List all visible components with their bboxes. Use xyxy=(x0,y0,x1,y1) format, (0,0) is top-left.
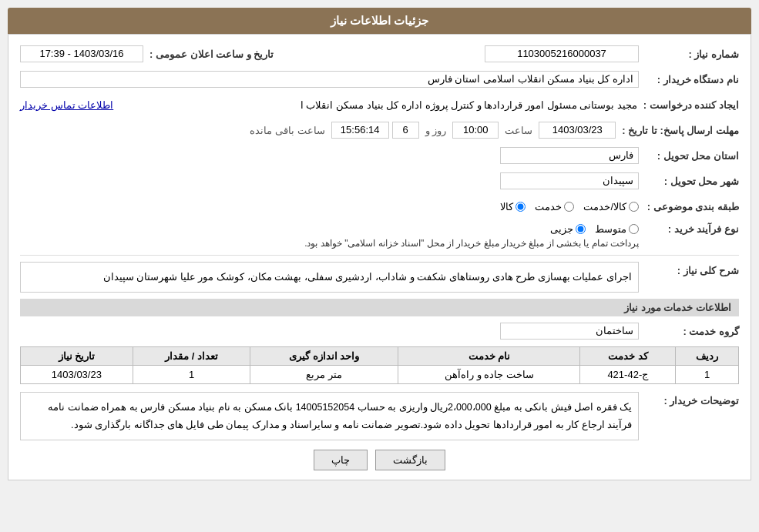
notes-value: یک فقره اصل فیش بانکی به مبلغ 2،000،000ر… xyxy=(20,392,639,440)
cell-name: ساخت جاده و راه‌آهن xyxy=(398,366,580,384)
button-row: بازگشت چاپ xyxy=(20,450,739,470)
process-label: نوع فرآیند خرید : xyxy=(639,223,739,235)
announce-date-label: تاریخ و ساعت اعلان عمومی : xyxy=(143,49,280,60)
city-value: سپیدان xyxy=(500,172,639,189)
deadline-label: مهلت ارسال پاسخ: تا تاریخ : xyxy=(616,125,739,136)
time-label: ساعت xyxy=(505,125,532,136)
col-name: نام خدمت xyxy=(398,347,580,366)
cell-qty: 1 xyxy=(133,366,250,384)
radio-jozi[interactable] xyxy=(576,224,586,234)
buyer-value: اداره کل بنیاد مسکن انقلاب اسلامی استان … xyxy=(20,71,639,88)
province-label: استان محل تحویل : xyxy=(639,150,739,162)
cell-date: 1403/03/23 xyxy=(21,366,133,384)
label-mutawaset: متوسط xyxy=(595,223,626,235)
creator-label: ایجاد کننده درخواست : xyxy=(637,99,739,111)
cell-unit: متر مربع xyxy=(250,366,398,384)
process-option-mutawaset[interactable]: متوسط xyxy=(595,223,639,235)
radio-mutawaset[interactable] xyxy=(629,224,639,234)
process-option-jozi[interactable]: جزیی xyxy=(550,223,586,235)
deadline-days: 6 xyxy=(392,122,419,139)
notes-label: توضیحات خریدار : xyxy=(639,392,739,407)
back-button[interactable]: بازگشت xyxy=(375,450,445,470)
category-option-kala[interactable]: کالا xyxy=(500,201,526,212)
cell-row: 1 xyxy=(676,366,739,384)
need-number-label: شماره نیاز : xyxy=(639,49,739,60)
process-note: پرداخت تمام یا بخشی از مبلغ خریدار مبلغ … xyxy=(20,238,639,249)
services-section-title: اطلاعات خدمات مورد نیاز xyxy=(20,299,739,316)
category-radio-group: کالا/خدمت خدمت کالا xyxy=(500,201,639,212)
print-button[interactable]: چاپ xyxy=(314,450,368,470)
label-kala-khadamat: کالا/خدمت xyxy=(583,201,626,212)
col-code: کد خدمت xyxy=(580,347,676,366)
province-value: فارس xyxy=(500,147,639,164)
services-table: ردیف کد خدمت نام خدمت واحد اندازه گیری ت… xyxy=(20,346,739,384)
table-row: 1 ج-42-421 ساخت جاده و راه‌آهن متر مربع … xyxy=(21,366,739,384)
days-label: روز و xyxy=(425,125,447,136)
deadline-time: 10:00 xyxy=(452,122,499,139)
col-unit: واحد اندازه گیری xyxy=(250,347,398,366)
cell-code: ج-42-421 xyxy=(580,366,676,384)
label-kala: کالا xyxy=(500,201,513,212)
announce-date-value: 1403/03/16 - 17:39 xyxy=(20,45,143,62)
category-option-khadamat[interactable]: خدمت xyxy=(535,201,574,212)
col-qty: تعداد / مقدار xyxy=(133,347,250,366)
label-jozi: جزیی xyxy=(550,223,573,235)
remaining-label: ساعت باقی مانده xyxy=(250,125,324,136)
category-label: طبقه بندی موضوعی : xyxy=(639,201,739,212)
radio-kala-khadamat[interactable] xyxy=(629,202,639,212)
label-khadamat: خدمت xyxy=(535,201,562,212)
page-header: جزئیات اطلاعات نیاز xyxy=(8,8,751,34)
radio-khadamat[interactable] xyxy=(564,202,574,212)
city-label: شهر محل تحویل : xyxy=(639,176,739,187)
remaining-time: 15:56:14 xyxy=(331,122,389,139)
col-date: تاریخ نیاز xyxy=(21,347,133,366)
col-row: ردیف xyxy=(676,347,739,366)
process-radio-group: متوسط جزیی xyxy=(20,223,639,235)
description-label: شرح کلی نیاز : xyxy=(639,262,739,276)
deadline-date: 1403/03/23 xyxy=(539,122,616,139)
need-number-value: 1103005216000037 xyxy=(485,45,639,62)
creator-name: مجید بوستانی مسئول امور قراردادها و کنتر… xyxy=(118,99,637,111)
service-group-label: گروه خدمت : xyxy=(639,326,739,337)
description-value: اجرای عملیات بهسازی طرح هادی روستاهای شک… xyxy=(20,262,639,293)
radio-kala[interactable] xyxy=(516,202,526,212)
contact-link[interactable]: اطلاعات تماس خریدار xyxy=(20,99,113,111)
buyer-label: نام دستگاه خریدار : xyxy=(639,74,739,85)
page-title: جزئیات اطلاعات نیاز xyxy=(331,14,428,27)
service-group-value: ساختمان xyxy=(500,323,639,340)
category-option-kala-khadamat[interactable]: کالا/خدمت xyxy=(583,201,639,212)
